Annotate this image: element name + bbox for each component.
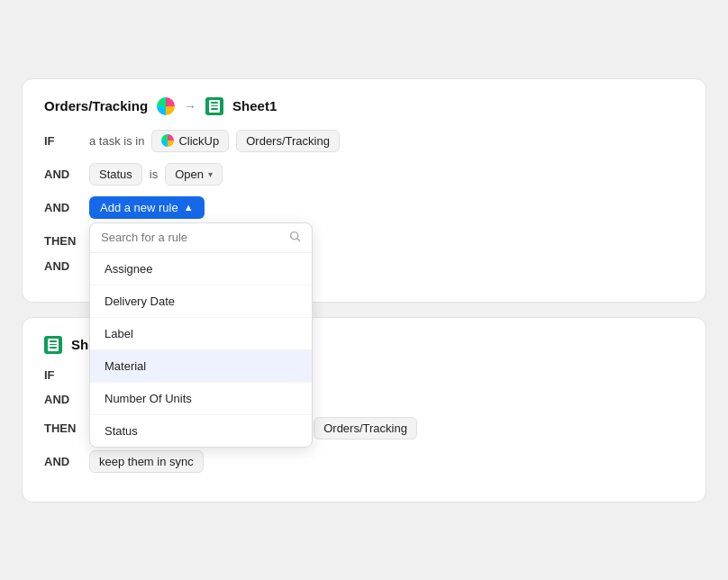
then-label-2: THEN	[44, 421, 82, 435]
caret-icon: ▾	[208, 169, 213, 179]
sheets-icon-2	[44, 336, 62, 354]
card-1-source-label: Orders/Tracking	[44, 98, 148, 113]
status-field-label: Status	[99, 168, 132, 181]
sheets-line-3	[211, 108, 218, 110]
status-field-badge[interactable]: Status	[89, 163, 142, 186]
card-2-and-row-2: AND keep them in sync	[44, 450, 684, 473]
add-rule-dropdown-container: Add a new rule ▲ Assigne	[89, 196, 205, 219]
add-rule-label: Add a new rule	[100, 201, 178, 214]
then-location-badge[interactable]: Orders/Tracking	[314, 417, 417, 440]
sheets-inner-2	[48, 339, 59, 351]
and-label-1: AND	[44, 168, 82, 181]
arrow-icon: →	[184, 99, 196, 113]
rule-dropdown-menu: Assignee Delivery Date Label Material Nu…	[89, 222, 313, 448]
sheets-inner	[209, 100, 220, 113]
rule-search-container	[90, 223, 312, 253]
location-badge[interactable]: Orders/Tracking	[236, 130, 340, 152]
rule-item-status[interactable]: Status	[90, 415, 312, 447]
keep-sync-badge[interactable]: keep them in sync	[89, 450, 204, 473]
rule-item-delivery-date[interactable]: Delivery Date	[90, 285, 312, 318]
chevron-up-icon: ▲	[184, 202, 194, 213]
sheets-line-1	[211, 102, 218, 104]
card-1-header: Orders/Tracking → Sheet1	[44, 97, 684, 115]
card-1: Orders/Tracking → Sheet1 IF a task is in…	[22, 78, 706, 303]
if-row: IF a task is in ClickUp Orders/Tracking	[44, 130, 684, 152]
svg-line-1	[297, 238, 300, 240]
open-value-badge[interactable]: Open ▾	[165, 163, 223, 186]
and-label-2: AND	[44, 201, 82, 214]
clickup-badge-icon	[161, 134, 174, 147]
add-rule-button[interactable]: Add a new rule ▲	[89, 196, 205, 219]
add-rule-row: AND Add a new rule ▲	[44, 196, 684, 219]
sheets-line-4	[50, 340, 57, 342]
rule-item-label[interactable]: Label	[90, 318, 312, 350]
sheets-icon	[205, 97, 223, 115]
main-container: Orders/Tracking → Sheet1 IF a task is in…	[22, 78, 706, 503]
and-label-5: AND	[44, 455, 82, 468]
clickup-badge-label: ClickUp	[178, 134, 219, 148]
rule-search-input[interactable]	[101, 231, 284, 244]
rule-item-material[interactable]: Material	[90, 350, 312, 383]
keep-sync-label: keep them in sync	[99, 455, 194, 468]
card-1-dest-label: Sheet1	[232, 98, 277, 113]
and-status-row: AND Status is Open ▾	[44, 163, 684, 186]
if-label: IF	[44, 134, 82, 148]
if-text: a task is in	[89, 134, 144, 148]
if-label-2: IF	[44, 368, 82, 382]
search-icon	[289, 231, 301, 245]
clickup-icon	[157, 97, 175, 115]
location-badge-label: Orders/Tracking	[246, 134, 330, 148]
rule-item-number-of-units[interactable]: Number Of Units	[90, 383, 312, 415]
rule-item-assignee[interactable]: Assignee	[90, 253, 312, 285]
open-value-label: Open	[175, 168, 204, 181]
sheets-line-2	[211, 105, 218, 107]
clickup-badge[interactable]: ClickUp	[151, 130, 229, 152]
then-location-label: Orders/Tracking	[323, 421, 407, 435]
operator-text: is	[150, 168, 158, 181]
sheets-line-6	[50, 347, 57, 349]
then-label-1: THEN	[44, 234, 82, 248]
and-label-3: AND	[44, 259, 82, 273]
and-label-4: AND	[44, 393, 82, 406]
rule-list: Assignee Delivery Date Label Material Nu…	[90, 253, 312, 447]
sheets-line-5	[50, 344, 57, 346]
